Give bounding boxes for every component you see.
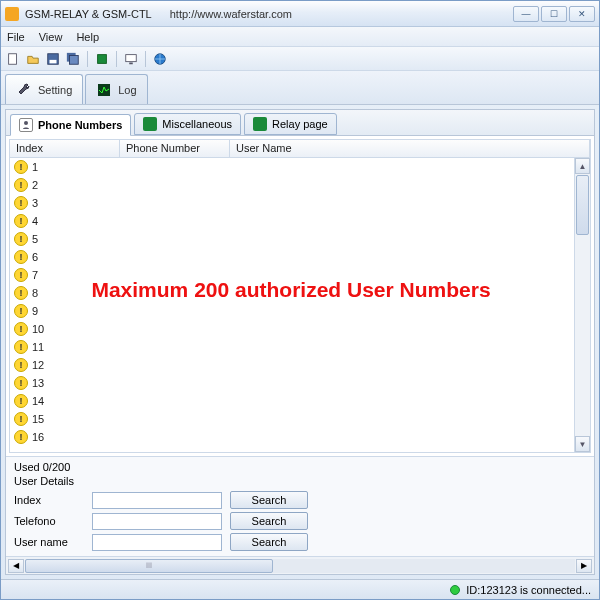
maximize-button[interactable]: ☐	[541, 6, 567, 22]
subtab-relay-label: Relay page	[272, 118, 328, 130]
globe-icon[interactable]	[152, 51, 168, 67]
table-row[interactable]: !3	[10, 194, 590, 212]
svg-rect-5	[98, 54, 107, 63]
table-row[interactable]: !13	[10, 374, 590, 392]
new-icon[interactable]	[5, 51, 21, 67]
telefono-label: Telefono	[14, 515, 84, 527]
index-input[interactable]	[92, 492, 222, 509]
tab-setting[interactable]: Setting	[5, 74, 83, 104]
search-index-button[interactable]: Search	[230, 491, 308, 509]
index-label: Index	[14, 494, 84, 506]
menu-view[interactable]: View	[39, 31, 63, 43]
statusbar: ID:123123 is connected...	[1, 579, 599, 599]
row-index: 14	[32, 395, 44, 407]
monitor-icon[interactable]	[123, 51, 139, 67]
subtab-miscellaneous[interactable]: Miscellaneous	[134, 113, 241, 135]
status-dot-icon	[450, 585, 460, 595]
vertical-scrollbar[interactable]: ▲ ▼	[574, 158, 590, 452]
warning-icon: !	[14, 268, 28, 282]
table-row[interactable]: !6	[10, 248, 590, 266]
horizontal-scrollbar[interactable]: ◀ ⦀⦀ ▶	[6, 556, 594, 574]
save-icon[interactable]	[45, 51, 61, 67]
chip-icon[interactable]	[94, 51, 110, 67]
toolbar-divider	[116, 51, 117, 67]
minimize-button[interactable]: —	[513, 6, 539, 22]
titlebar: GSM-RELAY & GSM-CTL http://www.waferstar…	[1, 1, 599, 27]
col-phone[interactable]: Phone Number	[120, 140, 230, 157]
hscroll-track[interactable]: ⦀⦀	[25, 559, 575, 573]
row-index: 13	[32, 377, 44, 389]
table-row[interactable]: !11	[10, 338, 590, 356]
sub-tabs: Phone Numbers Miscellaneous Relay page	[6, 110, 594, 136]
scroll-thumb[interactable]	[576, 175, 589, 235]
used-count: Used 0/200	[14, 461, 586, 473]
toolbar	[1, 47, 599, 71]
table-row[interactable]: !15	[10, 410, 590, 428]
row-index: 2	[32, 179, 38, 191]
open-icon[interactable]	[25, 51, 41, 67]
warning-icon: !	[14, 286, 28, 300]
scroll-right-button[interactable]: ▶	[576, 559, 592, 573]
window-title: GSM-RELAY & GSM-CTL	[25, 8, 152, 20]
table-row[interactable]: !1	[10, 158, 590, 176]
list-area: Index Phone Number User Name Maximum 200…	[9, 139, 591, 453]
row-index: 10	[32, 323, 44, 335]
row-index: 16	[32, 431, 44, 443]
svg-rect-2	[50, 59, 57, 63]
username-input[interactable]	[92, 534, 222, 551]
table-row[interactable]: !5	[10, 230, 590, 248]
log-icon	[96, 82, 112, 98]
warning-icon: !	[14, 376, 28, 390]
table-row[interactable]: !10	[10, 320, 590, 338]
warning-icon: !	[14, 322, 28, 336]
misc-icon	[143, 117, 157, 131]
search-username-button[interactable]: Search	[230, 533, 308, 551]
relay-icon	[253, 117, 267, 131]
warning-icon: !	[14, 232, 28, 246]
warning-icon: !	[14, 430, 28, 444]
close-button[interactable]: ✕	[569, 6, 595, 22]
subtab-phone-label: Phone Numbers	[38, 119, 122, 131]
table-row[interactable]: !12	[10, 356, 590, 374]
search-telefono-button[interactable]: Search	[230, 512, 308, 530]
subtab-relay-page[interactable]: Relay page	[244, 113, 337, 135]
menu-file[interactable]: File	[7, 31, 25, 43]
main-tabs: Setting Log	[1, 71, 599, 105]
scroll-down-button[interactable]: ▼	[575, 436, 590, 452]
warning-icon: !	[14, 340, 28, 354]
warning-icon: !	[14, 250, 28, 264]
table-row[interactable]: !7	[10, 266, 590, 284]
row-index: 4	[32, 215, 38, 227]
row-index: 7	[32, 269, 38, 281]
table-row[interactable]: !16	[10, 428, 590, 446]
subtab-phone-numbers[interactable]: Phone Numbers	[10, 114, 131, 136]
tab-setting-label: Setting	[38, 84, 72, 96]
warning-icon: !	[14, 304, 28, 318]
warning-icon: !	[14, 196, 28, 210]
warning-icon: !	[14, 178, 28, 192]
save-all-icon[interactable]	[65, 51, 81, 67]
telefono-input[interactable]	[92, 513, 222, 530]
status-text: ID:123123 is connected...	[466, 584, 591, 596]
scroll-up-button[interactable]: ▲	[575, 158, 590, 174]
warning-icon: !	[14, 394, 28, 408]
table-row[interactable]: !9	[10, 302, 590, 320]
window-url: http://www.waferstar.com	[170, 8, 292, 20]
warning-icon: !	[14, 358, 28, 372]
col-user[interactable]: User Name	[230, 140, 590, 157]
table-row[interactable]: !8	[10, 284, 590, 302]
scroll-left-button[interactable]: ◀	[8, 559, 24, 573]
app-icon	[5, 7, 19, 21]
table-row[interactable]: !2	[10, 176, 590, 194]
tab-log[interactable]: Log	[85, 74, 147, 104]
row-index: 15	[32, 413, 44, 425]
row-index: 1	[32, 161, 38, 173]
table-row[interactable]: !14	[10, 392, 590, 410]
content-area: Phone Numbers Miscellaneous Relay page I…	[5, 109, 595, 575]
menu-help[interactable]: Help	[76, 31, 99, 43]
list-header: Index Phone Number User Name	[10, 140, 590, 158]
row-index: 8	[32, 287, 38, 299]
hscroll-thumb[interactable]: ⦀⦀	[25, 559, 273, 573]
col-index[interactable]: Index	[10, 140, 120, 157]
table-row[interactable]: !4	[10, 212, 590, 230]
